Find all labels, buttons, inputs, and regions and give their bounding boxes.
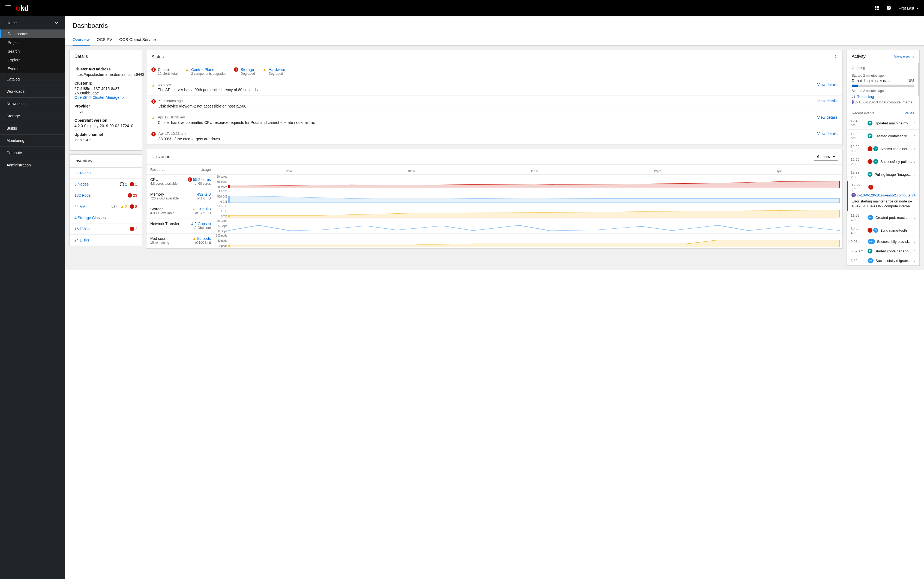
details-title: Details — [75, 54, 88, 59]
status-title: Status — [151, 55, 164, 59]
error-icon — [130, 227, 134, 231]
nav-home[interactable]: Home — [0, 16, 65, 29]
sparkline-pod-count — [228, 235, 840, 247]
inventory-link[interactable]: 24 VMs — [75, 204, 87, 209]
user-menu[interactable]: First Last — [898, 6, 919, 10]
recent-events-label: Recent events — [852, 111, 874, 115]
tabs: OverviewOCS PVOCS Object Service — [65, 34, 924, 46]
tab-ocs-object-service[interactable]: OCS Object Service — [119, 34, 156, 45]
inventory-link[interactable]: 6 Nodes — [75, 182, 89, 186]
time-range-dropdown[interactable]: 6 hours — [815, 153, 837, 161]
chevron-right-icon: › — [914, 121, 916, 125]
svg-rect-8 — [878, 9, 879, 10]
event-row[interactable]: 12:29 pmPCreated container reacta...› — [847, 129, 919, 142]
apps-icon[interactable] — [875, 6, 879, 11]
details-card: Details Cluster API addresshttps://api.c… — [69, 50, 142, 150]
nav-compute[interactable]: Compute — [0, 147, 65, 159]
inventory-title: Inventory — [75, 159, 93, 164]
restarting-link[interactable]: Restarting — [857, 95, 874, 99]
view-events-link[interactable]: View events — [894, 54, 914, 59]
nav-administration[interactable]: Administration — [0, 159, 65, 171]
view-details-link[interactable]: View details — [814, 82, 837, 87]
event-row[interactable]: 8:57 amPStarted container appde...› — [847, 246, 919, 256]
inventory-card: Inventory 3 Projects6 Nodes21132 Pods232… — [69, 154, 142, 246]
chevron-right-icon: › — [914, 134, 916, 138]
hamburger-icon[interactable] — [5, 5, 11, 11]
nav-builds[interactable]: Builds — [0, 122, 65, 134]
nav-monitoring[interactable]: Monitoring — [0, 134, 65, 147]
chevron-right-icon: › — [914, 239, 916, 244]
chevron-down-icon[interactable]: ⌄ — [912, 185, 916, 189]
badge-err: ! — [868, 159, 872, 164]
inventory-link[interactable]: 24 Disks — [75, 238, 89, 242]
sparkline-cpu — [228, 176, 840, 188]
badge-err: ! — [868, 146, 872, 151]
svg-rect-6 — [875, 9, 876, 10]
inventory-link[interactable]: 16 PVCs — [75, 227, 90, 231]
nav-workloads[interactable]: Workloads — [0, 85, 65, 97]
inventory-link[interactable]: 3 Projects — [75, 171, 91, 175]
sidebar-item-projects[interactable]: Projects — [0, 38, 65, 47]
warning-icon — [192, 236, 196, 240]
svg-rect-5 — [878, 7, 879, 8]
badge-RC: RC — [868, 215, 873, 220]
help-icon[interactable]: ? — [886, 5, 891, 11]
chevron-right-icon: › — [914, 172, 916, 177]
warning-icon — [121, 204, 124, 209]
badge-P: P — [868, 133, 872, 138]
view-details-link[interactable]: View details — [814, 99, 837, 103]
sparkline-storage — [228, 205, 840, 218]
nav-storage[interactable]: Storage — [0, 110, 65, 122]
svg-rect-4 — [877, 7, 878, 8]
scrollbar[interactable] — [918, 63, 919, 96]
pause-link[interactable]: Pause — [904, 111, 914, 115]
sidebar-item-dashboards[interactable]: Dashboards — [0, 29, 65, 38]
spinner-icon — [852, 95, 855, 98]
view-details-link[interactable]: View details — [814, 115, 837, 119]
event-row[interactable]: 12:29 pm!PSuccessfully pulled imag...› — [847, 155, 919, 168]
utilization-card: Utilization 6 hours ResourceUsageCPU4.8 … — [146, 149, 843, 249]
warning-icon — [185, 67, 189, 72]
event-row[interactable]: 12:43 pmMUpdated machine mynam...› — [847, 117, 919, 129]
tab-ocs-pv[interactable]: OCS PV — [97, 34, 113, 45]
view-details-link[interactable]: View details — [814, 131, 837, 136]
info-icon — [120, 182, 124, 186]
sparkline-memory — [228, 190, 840, 203]
brand-logo[interactable]: okd — [16, 4, 29, 13]
kebab-icon[interactable]: ⋮ — [833, 54, 837, 60]
ongoing-label: Ongoing — [852, 66, 865, 70]
activity-title: Activity — [852, 54, 866, 59]
event-row[interactable]: 12:29 pmPPulling image "image-re...› — [847, 168, 919, 181]
event-row[interactable]: 11:02 amRCCreated pod: react-web...› — [847, 211, 919, 224]
spinner-icon — [111, 205, 115, 208]
event-row[interactable]: 8:32 amVMSuccessfully migrated V...› — [847, 256, 919, 265]
warning-icon — [192, 207, 196, 211]
error-icon — [130, 182, 134, 186]
sidebar-item-search[interactable]: Search — [0, 47, 65, 56]
error-icon — [151, 132, 156, 136]
sidebar-item-events[interactable]: Events — [0, 64, 65, 73]
inventory-link[interactable]: 132 Pods — [75, 193, 91, 198]
svg-rect-0 — [875, 6, 876, 7]
event-row[interactable]: 10:38 am!BBuild name-test/react-we...› — [847, 224, 919, 237]
event-row[interactable]: 12:29 pm!PStarted container rea...› — [847, 142, 919, 155]
error-icon — [151, 99, 156, 104]
error-icon — [130, 204, 134, 209]
event-row[interactable]: 9:08 amPVCSuccessfully provision...› — [847, 237, 919, 246]
warning-icon — [151, 83, 155, 87]
tab-overview[interactable]: Overview — [73, 34, 90, 46]
badge-P: P — [868, 172, 872, 177]
error-icon — [188, 177, 192, 182]
sidebar-item-explore[interactable]: Explore — [0, 56, 65, 64]
warning-icon — [263, 67, 266, 72]
nav-catalog[interactable]: Catalog — [0, 73, 65, 85]
nav-networking[interactable]: Networking — [0, 98, 65, 110]
chevron-right-icon: › — [914, 258, 916, 263]
warning-icon — [151, 116, 155, 120]
cluster-manager-link[interactable]: OpenShift Cluster Manager — [75, 95, 124, 100]
chevron-down-icon — [55, 22, 58, 24]
inventory-link[interactable]: 4 Storage Classes — [75, 216, 106, 220]
badge-M: M — [868, 121, 872, 126]
badge-VM: VM — [868, 258, 873, 263]
svg-rect-3 — [875, 7, 876, 8]
